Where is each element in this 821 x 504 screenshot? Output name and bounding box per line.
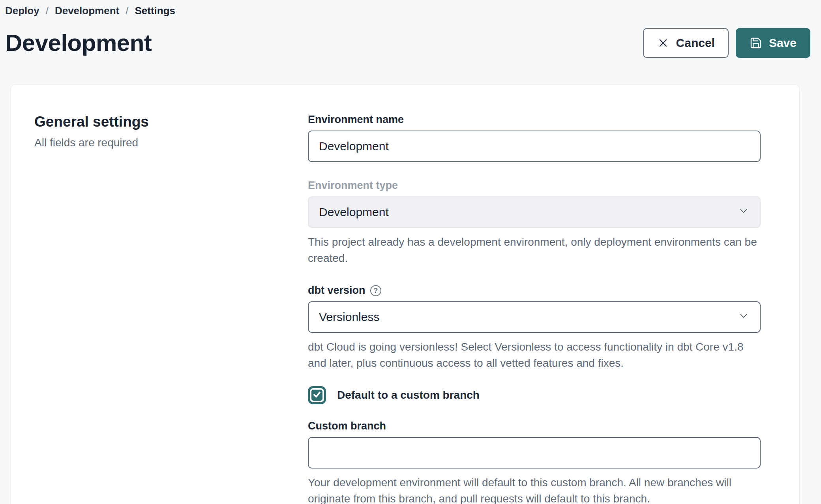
chevron-down-icon — [738, 310, 750, 325]
page-header: Development Cancel — [5, 28, 810, 58]
custom-branch-input[interactable] — [308, 437, 761, 469]
environment-name-group: Environment name — [308, 114, 761, 162]
environment-name-label: Environment name — [308, 114, 761, 126]
header-actions: Cancel Save — [643, 28, 810, 58]
page-title: Development — [5, 30, 152, 56]
dbt-version-select[interactable]: Versionless — [308, 301, 761, 333]
custom-branch-checkbox-label[interactable]: Default to a custom branch — [337, 389, 480, 401]
environment-name-input[interactable] — [308, 131, 761, 162]
section-intro: General settings All fields are required — [34, 114, 308, 504]
breadcrumb-item-deploy[interactable]: Deploy — [5, 5, 39, 17]
custom-branch-checkbox-row: Default to a custom branch — [308, 386, 761, 404]
environment-type-value: Development — [319, 205, 389, 219]
chevron-down-icon — [738, 205, 750, 220]
general-settings-card: General settings All fields are required… — [10, 84, 800, 504]
check-icon — [312, 390, 322, 401]
custom-branch-help-text: Your development environment will defaul… — [308, 474, 761, 504]
page: Deploy / Development / Settings Developm… — [0, 0, 821, 504]
breadcrumb: Deploy / Development / Settings — [5, 5, 810, 17]
environment-type-label: Environment type — [308, 179, 761, 192]
environment-type-select: Development — [308, 196, 761, 228]
cancel-button-label: Cancel — [676, 37, 715, 49]
dbt-version-label: dbt version — [308, 284, 366, 297]
environment-type-help-text: This project already has a development e… — [308, 234, 761, 266]
dbt-version-group: dbt version ? Versionless dbt Cloud is g… — [308, 284, 761, 371]
save-button-label: Save — [769, 37, 797, 49]
environment-type-group: Environment type Development This projec… — [308, 179, 761, 266]
checkbox-inner — [310, 388, 324, 402]
breadcrumb-item-settings: Settings — [135, 5, 175, 17]
help-icon[interactable]: ? — [370, 285, 381, 296]
settings-form: Environment name Environment type Develo… — [308, 114, 761, 504]
custom-branch-checkbox[interactable] — [308, 386, 326, 404]
breadcrumb-item-development[interactable]: Development — [55, 5, 119, 17]
close-icon — [657, 37, 669, 49]
dbt-version-help-text: dbt Cloud is going versionless! Select V… — [308, 339, 761, 371]
dbt-version-label-row: dbt version ? — [308, 284, 761, 297]
custom-branch-group: Custom branch Your development environme… — [308, 420, 761, 504]
dbt-version-value: Versionless — [319, 310, 379, 324]
save-icon — [750, 37, 762, 49]
breadcrumb-separator: / — [126, 5, 128, 17]
cancel-button[interactable]: Cancel — [643, 28, 729, 58]
save-button[interactable]: Save — [736, 28, 810, 58]
breadcrumb-separator: / — [46, 5, 49, 17]
custom-branch-label: Custom branch — [308, 420, 761, 432]
section-title: General settings — [34, 114, 308, 130]
section-subtitle: All fields are required — [34, 136, 308, 149]
